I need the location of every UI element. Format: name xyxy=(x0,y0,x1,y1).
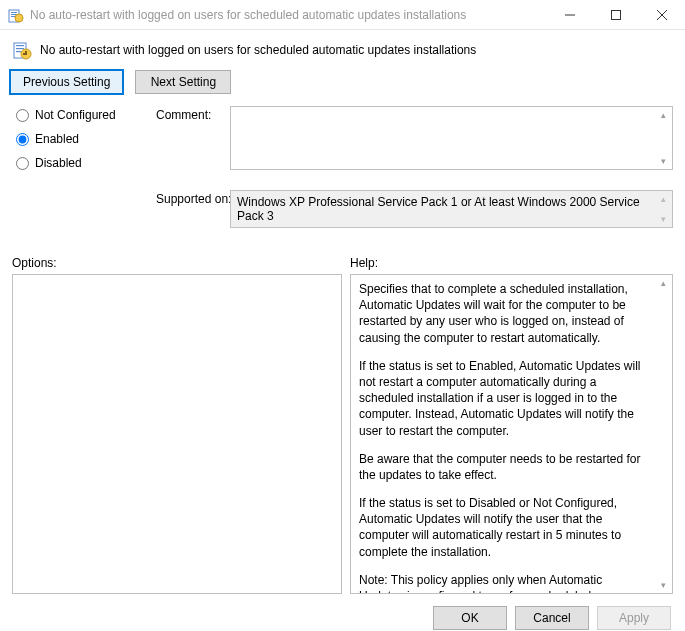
cancel-button[interactable]: Cancel xyxy=(515,606,589,630)
supported-on-value: Windows XP Professional Service Pack 1 o… xyxy=(230,190,673,228)
panels-header: Options: Help: xyxy=(0,232,685,274)
help-paragraph: Note: This policy applies only when Auto… xyxy=(359,572,650,594)
radio-disabled-input[interactable] xyxy=(16,157,29,170)
scroll-up-icon[interactable]: ▴ xyxy=(656,109,670,121)
help-label: Help: xyxy=(350,256,673,270)
svg-rect-11 xyxy=(16,48,24,49)
radio-enabled[interactable]: Enabled xyxy=(16,132,152,146)
help-paragraph: Be aware that the computer needs to be r… xyxy=(359,451,650,483)
panels: Specifies that to complete a scheduled i… xyxy=(0,274,685,594)
scroll-down-icon[interactable]: ▾ xyxy=(656,155,670,167)
close-button[interactable] xyxy=(639,0,685,29)
ok-button[interactable]: OK xyxy=(433,606,507,630)
svg-rect-15 xyxy=(23,53,27,55)
help-paragraph: Specifies that to complete a scheduled i… xyxy=(359,281,650,346)
window-controls xyxy=(547,0,685,29)
options-label: Options: xyxy=(12,256,350,270)
radio-not-configured-label: Not Configured xyxy=(35,108,116,122)
svg-rect-10 xyxy=(16,45,24,46)
scroll-up-icon[interactable]: ▴ xyxy=(656,277,670,289)
comment-label: Comment: xyxy=(156,106,226,122)
scroll-down-icon: ▾ xyxy=(656,213,670,225)
svg-rect-1 xyxy=(11,12,17,13)
minimize-button[interactable] xyxy=(547,0,593,29)
titlebar: No auto-restart with logged on users for… xyxy=(0,0,685,30)
svg-rect-6 xyxy=(612,10,621,19)
next-setting-button[interactable]: Next Setting xyxy=(135,70,231,94)
radio-disabled[interactable]: Disabled xyxy=(16,156,152,170)
supported-on-label: Supported on: xyxy=(156,186,226,206)
config-grid: Not Configured Enabled Disabled Comment:… xyxy=(0,106,685,232)
radio-enabled-input[interactable] xyxy=(16,133,29,146)
scroll-up-icon: ▴ xyxy=(656,193,670,205)
supported-on-text: Windows XP Professional Service Pack 1 o… xyxy=(237,195,640,223)
help-paragraph: If the status is set to Disabled or Not … xyxy=(359,495,650,560)
previous-setting-button[interactable]: Previous Setting xyxy=(10,70,123,94)
supported-scrollbar: ▴ ▾ xyxy=(656,193,670,225)
policy-header: No auto-restart with logged on users for… xyxy=(0,30,685,66)
policy-icon xyxy=(12,40,32,60)
apply-button: Apply xyxy=(597,606,671,630)
state-radio-group: Not Configured Enabled Disabled xyxy=(12,106,152,170)
radio-not-configured-input[interactable] xyxy=(16,109,29,122)
options-panel xyxy=(12,274,342,594)
nav-row: Previous Setting Next Setting xyxy=(0,66,685,106)
policy-title: No auto-restart with logged on users for… xyxy=(40,43,476,57)
svg-point-4 xyxy=(15,14,23,22)
comment-scrollbar[interactable]: ▴ ▾ xyxy=(656,109,670,167)
window-title: No auto-restart with logged on users for… xyxy=(30,8,547,22)
scroll-down-icon[interactable]: ▾ xyxy=(656,579,670,591)
policy-app-icon xyxy=(8,7,24,23)
help-text: Specifies that to complete a scheduled i… xyxy=(359,281,650,594)
help-scrollbar[interactable]: ▴ ▾ xyxy=(656,277,670,591)
radio-disabled-label: Disabled xyxy=(35,156,82,170)
comment-textarea[interactable]: ▴ ▾ xyxy=(230,106,673,170)
radio-not-configured[interactable]: Not Configured xyxy=(16,108,152,122)
help-panel[interactable]: Specifies that to complete a scheduled i… xyxy=(350,274,673,594)
radio-enabled-label: Enabled xyxy=(35,132,79,146)
help-paragraph: If the status is set to Enabled, Automat… xyxy=(359,358,650,439)
dialog-footer: OK Cancel Apply xyxy=(0,594,685,631)
maximize-button[interactable] xyxy=(593,0,639,29)
